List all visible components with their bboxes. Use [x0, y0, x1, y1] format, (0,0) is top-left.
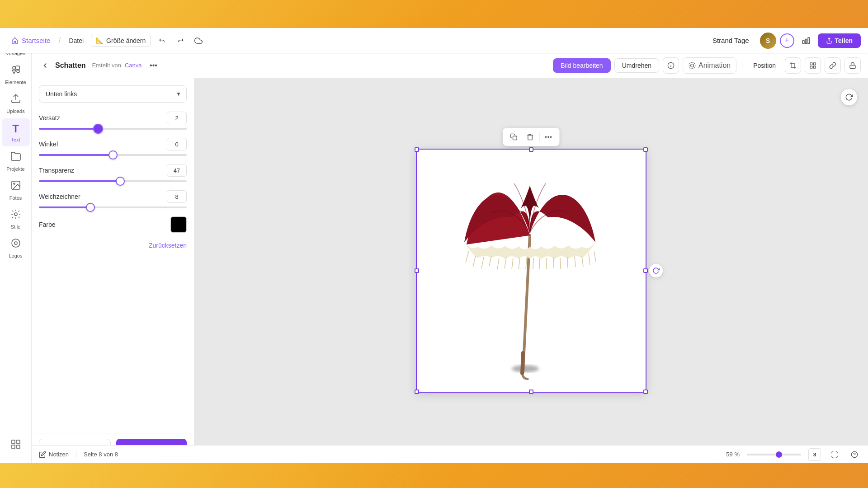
versatz-value-box[interactable]: [167, 112, 187, 124]
svg-point-24: [689, 62, 695, 68]
zoom-thumb[interactable]: [776, 451, 782, 458]
zoom-slider[interactable]: [747, 454, 801, 455]
handle-bottom-right[interactable]: [643, 389, 648, 394]
weichzeichner-label: Weichzeichner: [39, 193, 80, 200]
handle-mid-right[interactable]: [643, 268, 648, 273]
svg-line-46: [560, 258, 561, 269]
weichzeichner-input[interactable]: [167, 193, 186, 200]
handle-top-right[interactable]: [643, 147, 648, 152]
fullscreen-button[interactable]: [828, 448, 841, 461]
chart-icon: [802, 36, 811, 45]
share-button[interactable]: Teilen: [818, 33, 861, 48]
zoom-level: 59 %: [726, 451, 740, 458]
svg-line-37: [497, 258, 499, 269]
winkel-input[interactable]: [167, 141, 186, 148]
notes-label: Notizen: [49, 451, 69, 458]
svg-line-34: [473, 256, 476, 267]
add-collaborator-button[interactable]: +: [780, 33, 794, 48]
top-banner: [0, 0, 868, 28]
page-thumbnail-button[interactable]: 8: [808, 448, 821, 461]
more-options-button[interactable]: •••: [147, 59, 160, 72]
transparenz-header: Transparenz: [39, 164, 187, 177]
flip-button[interactable]: Umdrehen: [614, 58, 659, 73]
svg-line-45: [553, 257, 554, 268]
grid-icon: [809, 62, 816, 69]
svg-rect-19: [17, 445, 20, 448]
sidebar-item-projekte[interactable]: Projekte: [2, 147, 30, 175]
fotos-icon: [10, 180, 21, 193]
animation-toggle[interactable]: Animation: [683, 57, 736, 74]
resize-emoji: 📐: [96, 37, 104, 44]
winkel-thumb[interactable]: [108, 150, 118, 160]
svg-rect-1: [805, 39, 807, 43]
undo-button[interactable]: [154, 33, 170, 49]
file-menu[interactable]: Datei: [65, 35, 87, 46]
notes-button[interactable]: Notizen: [39, 451, 69, 458]
lock-icon-btn[interactable]: [844, 57, 861, 74]
panel-canva-link[interactable]: Canva: [125, 62, 142, 69]
link-icon-btn[interactable]: [825, 57, 841, 74]
svg-line-47: [567, 257, 568, 268]
crop-icon: [789, 62, 797, 69]
sidebar-item-uploads[interactable]: Uploads: [2, 89, 30, 117]
sidebar-item-elemente[interactable]: Elemente: [2, 61, 30, 89]
help-button[interactable]: [848, 448, 861, 461]
canvas-page: •••: [416, 149, 646, 393]
handle-bottom-mid[interactable]: [529, 389, 533, 394]
sidebar-item-apps[interactable]: [2, 432, 30, 460]
versatz-input[interactable]: [167, 115, 186, 122]
svg-line-42: [533, 258, 533, 269]
rotate-icon: [652, 267, 660, 274]
avatar[interactable]: S: [760, 33, 776, 49]
svg-point-23: [691, 64, 694, 67]
navbar: Startseite / Datei 📐 Größe ändern Strand…: [0, 28, 868, 53]
transparenz-value-box[interactable]: [167, 164, 187, 177]
versatz-thumb[interactable]: [93, 124, 103, 134]
svg-point-16: [14, 242, 17, 244]
projekte-icon: [10, 151, 21, 164]
canvas-refresh-button[interactable]: [841, 89, 857, 105]
copy-icon: [510, 133, 518, 141]
sidebar-label-logos: Logos: [9, 253, 23, 258]
share-icon: [826, 38, 832, 44]
delete-button[interactable]: [523, 130, 538, 144]
umbrella-element[interactable]: [439, 163, 620, 380]
info-button[interactable]: [663, 57, 679, 74]
sidebar-item-stile[interactable]: Stile: [2, 205, 30, 233]
redo-button[interactable]: [172, 33, 189, 49]
handle-bottom-left[interactable]: [415, 389, 419, 394]
sidebar-item-logos[interactable]: Logos: [2, 234, 30, 262]
handle-top-left[interactable]: [415, 147, 419, 152]
copy-button[interactable]: [507, 130, 521, 144]
rotate-handle[interactable]: [649, 264, 663, 277]
back-button[interactable]: [39, 59, 52, 72]
farbe-swatch[interactable]: [170, 216, 187, 233]
weichzeichner-value-box[interactable]: [167, 190, 187, 203]
crop-icon-btn[interactable]: [785, 57, 801, 74]
grid-icon-btn[interactable]: [805, 57, 821, 74]
transparenz-input[interactable]: [167, 167, 186, 174]
position-dropdown[interactable]: Unten links Unten rechts Oben links Oben…: [39, 85, 187, 103]
reset-button[interactable]: Zurücksetzen: [39, 242, 187, 249]
sidebar-item-text[interactable]: T Text: [2, 118, 30, 146]
statusbar: Notizen Seite 8 von 8 59 % 8: [32, 445, 868, 463]
winkel-value-box[interactable]: [167, 138, 187, 150]
home-button[interactable]: Startseite: [7, 35, 54, 47]
weichzeichner-header: Weichzeichner: [39, 190, 187, 203]
svg-line-39: [512, 258, 513, 269]
cloud-save-button[interactable]: [190, 33, 207, 49]
toolbar-separator: [742, 60, 742, 71]
analytics-button[interactable]: [798, 33, 814, 49]
position-button[interactable]: Position: [748, 59, 781, 72]
handle-mid-left[interactable]: [415, 268, 419, 273]
sidebar-item-fotos[interactable]: Fotos: [2, 176, 30, 204]
edit-image-button[interactable]: Bild bearbeiten: [553, 58, 610, 73]
transparenz-thumb[interactable]: [116, 177, 125, 186]
svg-rect-27: [813, 66, 816, 68]
handle-top-mid[interactable]: [529, 147, 533, 152]
resize-button[interactable]: 📐 Größe ändern: [91, 35, 151, 47]
weichzeichner-thumb[interactable]: [86, 203, 95, 212]
document-title: Strand Tage: [712, 37, 749, 44]
svg-rect-10: [17, 70, 19, 73]
more-options-float-button[interactable]: •••: [542, 130, 556, 144]
